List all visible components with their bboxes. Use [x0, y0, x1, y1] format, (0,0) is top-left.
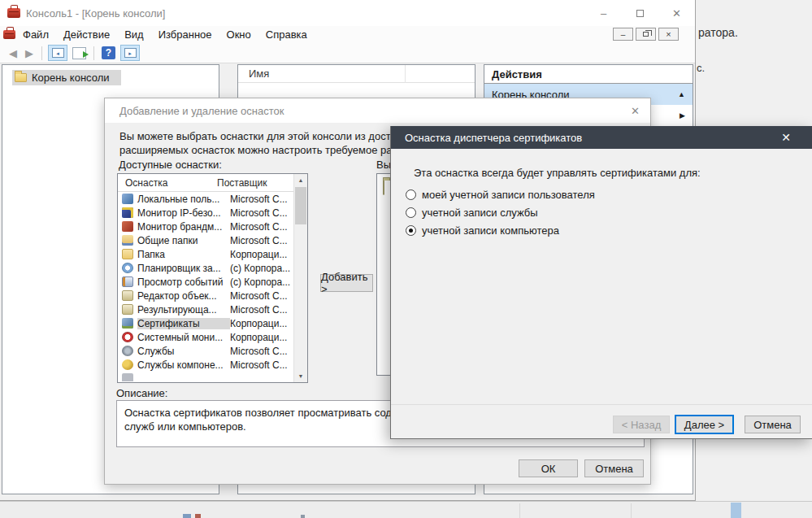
snapin-row[interactable]: Системный мони... Корпораци...	[118, 330, 294, 344]
certificate-snapin-dialog: Оснастка диспетчера сертификатов ✕ Эта о…	[390, 126, 812, 439]
cancel-button[interactable]: Отмена	[584, 459, 644, 477]
tree-item-console-root[interactable]: Корень консоли	[12, 70, 121, 85]
snapin-name: Системный мони...	[137, 332, 230, 343]
add-button[interactable]: Добавить >	[320, 274, 373, 292]
window-title: Консоль1 - [Корень консоли]	[26, 7, 165, 20]
maximize-button[interactable]	[622, 0, 658, 26]
results-column-header[interactable]: Имя	[238, 65, 475, 83]
snapin-name: Просмотр событий	[137, 276, 230, 288]
menu-items: ФайлДействиеВидИзбранноеОкноСправка	[15, 28, 315, 41]
scroll-down-icon[interactable]: ▼	[294, 370, 307, 382]
snapin-column-label[interactable]: Оснастка	[118, 177, 217, 189]
child-restore-button[interactable]	[636, 28, 656, 41]
help-icon[interactable]: ?	[102, 46, 115, 59]
close-icon[interactable]: ✕	[781, 131, 791, 144]
snapin-name: Монитор IP-безо...	[137, 207, 230, 219]
radio-group: моей учетной записи пользователя учетной…	[406, 185, 595, 239]
prompt-label: Эта оснастка всегда будет управлять серт…	[414, 167, 701, 179]
generic-icon	[122, 373, 133, 381]
snapin-name: Локальные поль...	[137, 194, 230, 205]
menu-bar: ФайлДействиеВидИзбранноеОкноСправка – ×	[0, 26, 695, 43]
snapin-row[interactable]: Сертификаты Корпораци...	[118, 316, 294, 330]
radio-icon[interactable]	[406, 207, 416, 218]
snapin-name: Службы компоне...	[137, 359, 230, 371]
close-button[interactable]: ✕	[658, 0, 695, 26]
folder-icon	[15, 73, 27, 82]
vendor-column-label[interactable]: Поставщик	[217, 177, 267, 189]
show-action-pane-icon[interactable]: ▸	[120, 45, 140, 61]
taskbar-separator	[631, 503, 632, 518]
radio-option[interactable]: учетной записи службы	[406, 203, 595, 221]
snapin-row[interactable]: Планировщик за... (с) Корпора...	[118, 261, 294, 275]
next-button[interactable]: Далее >	[675, 415, 734, 434]
action-pane-glyph: ▸	[124, 48, 137, 58]
available-snapins-label: Доступные оснастки:	[119, 159, 222, 171]
snapin-row[interactable]: Папка Корпораци...	[118, 247, 294, 261]
event-viewer-icon	[122, 276, 133, 287]
toolbar-separator	[93, 46, 94, 60]
expand-icon[interactable]: ▶	[680, 111, 685, 120]
snapin-name: Планировщик за...	[137, 263, 230, 274]
snapin-row[interactable]: Локальные поль... Microsoft C...	[118, 192, 294, 206]
services-icon	[122, 346, 133, 356]
radio-label: учетной записи службы	[422, 207, 538, 219]
local-users-icon	[122, 194, 133, 204]
description-label: Описание:	[116, 387, 167, 399]
snapin-name: Службы	[137, 346, 230, 357]
background-text-fragment: с.	[697, 62, 705, 74]
radio-icon[interactable]	[406, 189, 416, 200]
export-list-icon[interactable]	[72, 47, 86, 59]
snapin-row[interactable]: Службы Microsoft C...	[118, 344, 294, 358]
menu-item[interactable]: Окно	[219, 28, 258, 41]
snapin-row[interactable]: Монитор IP-безо... Microsoft C...	[118, 206, 294, 220]
collapse-icon[interactable]: ▲	[678, 90, 685, 98]
object-editor-icon	[122, 290, 133, 301]
snapin-vendor: Microsoft C...	[230, 207, 294, 219]
scroll-up-icon[interactable]: ▲	[294, 174, 307, 186]
radio-option[interactable]: учетной записи компьютера	[406, 221, 595, 239]
snapin-row[interactable]: Результирующа... Microsoft C...	[118, 303, 294, 316]
close-icon[interactable]: ✕	[631, 105, 640, 117]
snapin-rows: Локальные поль... Microsoft C... Монитор…	[118, 192, 294, 381]
maximize-icon	[636, 10, 644, 17]
scrollbar-thumb[interactable]	[295, 187, 306, 224]
forward-icon[interactable]: ▶	[21, 47, 37, 59]
snapin-name: Редактор объек...	[137, 290, 230, 302]
minimize-button[interactable]: –	[585, 0, 622, 26]
snapin-row[interactable]	[118, 372, 294, 381]
rsop-icon	[122, 304, 133, 315]
radio-label: учетной записи компьютера	[422, 224, 559, 237]
component-services-icon	[122, 359, 133, 370]
snapin-name: Общие папки	[137, 235, 230, 246]
menu-item[interactable]: Файл	[15, 28, 56, 41]
back-icon[interactable]: ◀	[5, 47, 21, 59]
snapin-vendor: Microsoft C...	[230, 221, 294, 233]
ok-button[interactable]: ОК	[519, 459, 578, 477]
menu-item[interactable]: Избранное	[151, 28, 219, 41]
menu-item[interactable]: Справка	[258, 28, 315, 41]
snapin-vendor: Microsoft C...	[230, 194, 294, 205]
shared-folders-icon	[122, 235, 133, 246]
scrollbar[interactable]: ▲ ▼	[293, 174, 307, 382]
snapin-row[interactable]: Службы компоне... Microsoft C...	[118, 358, 294, 372]
show-console-tree-icon[interactable]: ◂	[48, 45, 67, 61]
child-minimize-button[interactable]: –	[613, 28, 633, 41]
menu-item[interactable]: Действие	[56, 28, 117, 41]
radio-option[interactable]: моей учетной записи пользователя	[406, 185, 595, 203]
dialog-title-bar: Оснастка диспетчера сертификатов ✕	[391, 126, 812, 149]
cancel-button[interactable]: Отмена	[745, 416, 801, 433]
radio-icon[interactable]	[406, 225, 416, 236]
list-header: Оснастка Поставщик	[118, 174, 294, 192]
task-scheduler-icon	[122, 263, 133, 273]
back-button[interactable]: < Назад	[613, 416, 670, 433]
available-snapins-list: Оснастка Поставщик Локальные поль... Mic…	[117, 173, 308, 383]
child-close-button[interactable]: ×	[658, 28, 679, 41]
snapin-row[interactable]: Общие папки Microsoft C...	[118, 233, 294, 247]
snapin-vendor: Microsoft C...	[230, 346, 294, 357]
snapin-row[interactable]: Монитор брандм... Microsoft C...	[118, 220, 294, 233]
actions-header: Действия	[484, 65, 693, 84]
menu-item[interactable]: Вид	[117, 28, 151, 41]
column-separator[interactable]	[405, 65, 406, 83]
snapin-row[interactable]: Просмотр событий (с) Корпора...	[118, 275, 294, 289]
snapin-row[interactable]: Редактор объек... Microsoft C...	[118, 289, 294, 303]
